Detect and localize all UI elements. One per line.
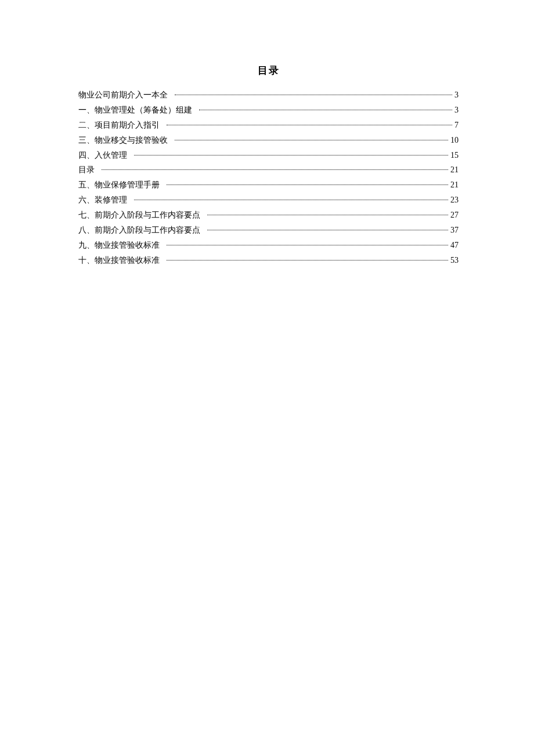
toc-entry-label: 物业公司前期介入一本全 (78, 88, 175, 103)
toc-entry: 九、物业接管验收标准 47 (78, 238, 459, 253)
toc-leader-dots (134, 155, 448, 155)
toc-entry: 三、物业移交与接管验收 10 (78, 133, 459, 148)
toc-leader-dots (102, 169, 448, 170)
toc-entry: 四、入伙管理 15 (78, 148, 459, 163)
toc-entry-page: 15 (448, 148, 459, 163)
toc-entry-page: 23 (448, 193, 459, 208)
toc-entry: 五、物业保修管理手册 21 (78, 178, 459, 193)
toc-list: 物业公司前期介入一本全 3 一、物业管理处（筹备处）组建 3 二、项目前期介入指… (78, 88, 459, 268)
toc-entry: 物业公司前期介入一本全 3 (78, 88, 459, 103)
toc-entry: 六、装修管理 23 (78, 193, 459, 208)
toc-entry-label: 一、物业管理处（筹备处）组建 (78, 103, 199, 118)
toc-entry-page: 3 (452, 88, 459, 103)
toc-entry-page: 37 (448, 223, 459, 238)
toc-entry-page: 7 (452, 118, 459, 133)
toc-leader-dots (175, 95, 452, 95)
toc-entry-page: 10 (448, 133, 459, 148)
toc-leader-dots (199, 110, 452, 110)
toc-title: 目录 (78, 64, 459, 77)
toc-leader-dots (134, 200, 448, 200)
toc-leader-dots (167, 245, 448, 245)
toc-entry-label: 二、项目前期介入指引 (78, 118, 167, 133)
toc-entry-page: 27 (448, 208, 459, 223)
toc-entry-page: 21 (448, 178, 459, 193)
toc-entry-page: 21 (448, 162, 459, 178)
toc-leader-dots (207, 230, 448, 230)
toc-entry-label: 三、物业移交与接管验收 (78, 133, 175, 148)
toc-entry-label: 八、前期介入阶段与工作内容要点 (78, 223, 207, 238)
toc-entry: 目录 21 (78, 162, 459, 178)
toc-entry-label: 十、物业接管验收标准 (78, 253, 167, 268)
toc-entry: 二、项目前期介入指引 7 (78, 118, 459, 133)
toc-entry-label: 目录 (78, 162, 102, 178)
toc-entry-label: 五、物业保修管理手册 (78, 178, 167, 193)
toc-leader-dots (167, 125, 452, 125)
toc-entry-label: 九、物业接管验收标准 (78, 238, 167, 253)
toc-entry: 八、前期介入阶段与工作内容要点 37 (78, 223, 459, 238)
toc-entry-page: 3 (452, 103, 459, 118)
toc-entry-label: 四、入伙管理 (78, 148, 134, 163)
toc-entry-page: 47 (448, 238, 459, 253)
toc-leader-dots (175, 140, 448, 140)
toc-entry: 七、前期介入阶段与工作内容要点 27 (78, 208, 459, 223)
toc-entry: 十、物业接管验收标准 53 (78, 253, 459, 268)
toc-leader-dots (167, 185, 448, 185)
toc-entry-label: 六、装修管理 (78, 193, 134, 208)
toc-leader-dots (167, 260, 448, 261)
toc-entry: 一、物业管理处（筹备处）组建 3 (78, 103, 459, 118)
toc-entry-page: 53 (448, 253, 459, 268)
toc-leader-dots (207, 215, 448, 215)
toc-entry-label: 七、前期介入阶段与工作内容要点 (78, 208, 207, 223)
